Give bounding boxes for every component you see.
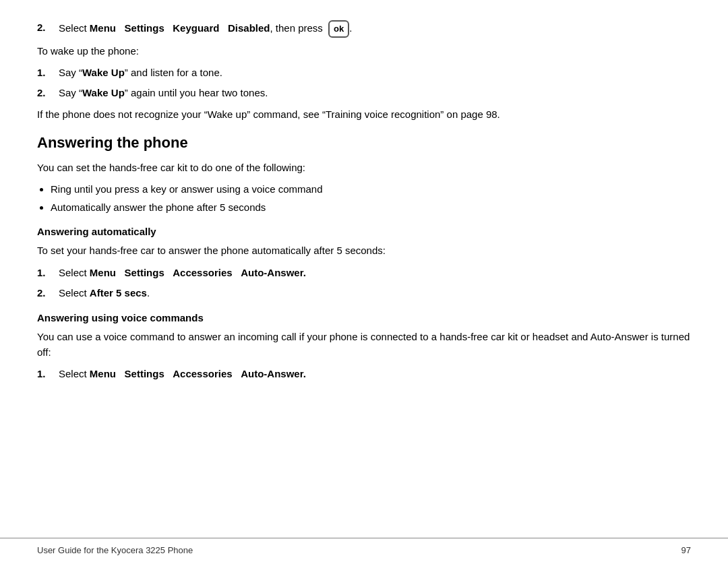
main-bullets: Ring until you press a key or answer usi… [51, 182, 691, 215]
wake-step2: 2. Say “Wake Up” again until you hear tw… [37, 86, 691, 101]
intro-step2-disabled: Disabled [228, 22, 270, 34]
wake-step2-suffix: ” again until you hear two tones. [125, 87, 268, 98]
main-section-heading: Answering the phone [37, 134, 691, 152]
answering-auto-heading: Answering automatically [37, 226, 691, 237]
answering-auto-intro: To set your hands-free car to answer the… [37, 243, 691, 258]
auto-step2-select: Select [59, 287, 90, 299]
ok-button-icon: ok [328, 20, 349, 38]
voice-step1-accessories: Accessories [173, 368, 232, 379]
wake-step2-number: 2. [37, 86, 59, 101]
bullet-item-1: Ring until you press a key or answer usi… [51, 182, 691, 197]
auto-step2-number: 2. [37, 286, 59, 301]
voice-step1-autoanswer: Auto-Answer. [241, 368, 306, 379]
intro-step2-menu: Menu [90, 22, 116, 34]
intro-step2-number: 2. [37, 20, 59, 38]
intro-step2-keyguard: Keyguard [173, 22, 219, 34]
voice-step1-menu: Menu [90, 368, 116, 379]
auto-step2-after: After 5 secs [90, 287, 147, 299]
bullet-item-2: Automatically answer the phone after 5 s… [51, 200, 691, 216]
auto-step2: 2. Select After 5 secs. [37, 286, 691, 301]
voice-step1-settings: Settings [125, 368, 164, 379]
auto-step1-autoanswer: Auto-Answer. [241, 267, 306, 278]
auto-step1-accessories: Accessories [173, 267, 232, 278]
voice-step1-select: Select [59, 368, 90, 379]
wake-step2-say: Say “ [59, 87, 82, 98]
intro-step2-then: , then press [270, 22, 322, 34]
wake-step1-suffix: ” and listen for a tone. [125, 67, 222, 78]
wake-step2-bold: Wake Up [82, 87, 125, 98]
auto-step2-text: Select After 5 secs. [59, 286, 691, 301]
intro-step2-select: Select [59, 22, 90, 34]
auto-step1-text: Select Menu Settings Accessories Auto-An… [59, 266, 691, 281]
voice-step1: 1. Select Menu Settings Accessories Auto… [37, 367, 691, 382]
auto-step1: 1. Select Menu Settings Accessories Auto… [37, 266, 691, 281]
auto-step1-settings: Settings [125, 267, 164, 278]
auto-step2-period: . [147, 287, 150, 299]
main-section-intro: You can set the hands-free car kit to do… [37, 160, 691, 175]
wake-step1-bold: Wake Up [82, 67, 125, 78]
auto-step1-select: Select [59, 267, 90, 278]
auto-step1-number: 1. [37, 266, 59, 281]
answering-voice-intro: You can use a voice command to answer an… [37, 329, 691, 361]
intro-step2-text: Select Menu Settings Keyguard Disabled, … [59, 20, 691, 38]
wake-intro: To wake up the phone: [37, 43, 691, 59]
wake-step1-text: Say “Wake Up” and listen for a tone. [59, 65, 691, 81]
answering-voice-heading: Answering using voice commands [37, 312, 691, 323]
footer-right: 97 [681, 545, 691, 555]
wake-step1-say: Say “ [59, 67, 82, 78]
intro-step2-settings: Settings [125, 22, 164, 34]
auto-step1-menu: Menu [90, 267, 116, 278]
intro-step2: 2. Select Menu Settings Keyguard Disable… [37, 20, 691, 38]
footer-left: User Guide for the Kyocera 3225 Phone [37, 545, 193, 555]
voice-step1-text: Select Menu Settings Accessories Auto-An… [59, 367, 691, 382]
wake-step2-text: Say “Wake Up” again until you hear two t… [59, 86, 691, 101]
wake-step1-number: 1. [37, 65, 59, 81]
page-content: 2. Select Menu Settings Keyguard Disable… [0, 0, 728, 538]
footer: User Guide for the Kyocera 3225 Phone 97 [0, 538, 728, 562]
voice-step1-number: 1. [37, 367, 59, 382]
wake-step1: 1. Say “Wake Up” and listen for a tone. [37, 65, 691, 81]
warning-text: If the phone does not recognize your “Wa… [37, 106, 691, 122]
